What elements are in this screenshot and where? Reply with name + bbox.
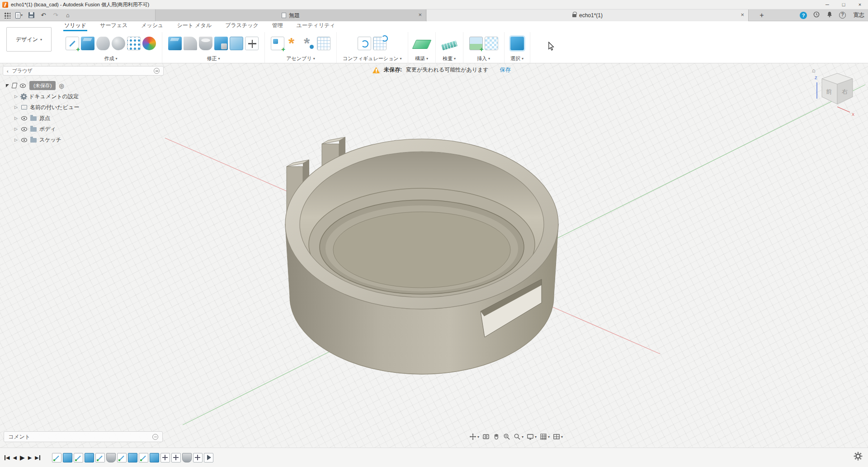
dock-look-at-button[interactable] [482, 432, 490, 442]
undo-button[interactable]: ↶ [39, 10, 47, 20]
timeline-feature-end[interactable] [204, 453, 213, 462]
create-sketch-icon[interactable] [66, 37, 79, 50]
3d-model-body[interactable] [285, 137, 558, 374]
bom-table-icon[interactable] [317, 37, 330, 50]
timeline-feature-sketch[interactable] [139, 453, 148, 462]
minimize-button[interactable]: ─ [819, 0, 835, 9]
measure-icon[interactable] [441, 40, 457, 50]
fillet-icon[interactable] [184, 37, 197, 50]
ribbon-tab-ユーティリティ[interactable]: ユーティリティ [296, 20, 336, 31]
pattern-icon[interactable] [127, 37, 141, 50]
visibility-eye-icon[interactable] [21, 126, 28, 132]
viewport-canvas[interactable]: 未保存: 変更が失われる可能性があります 保存 ‹ ブラウザ (未保存) ◎ ▷… [0, 63, 868, 448]
workspace-selector[interactable]: デザイン ▾ [6, 27, 52, 52]
app-grid-button[interactable] [3, 10, 11, 20]
configuration-icon[interactable] [358, 37, 371, 50]
browser-item[interactable]: ▷ボディ [3, 124, 164, 134]
expand-caret-icon[interactable] [6, 84, 9, 87]
timeline-feature-sketch[interactable] [117, 453, 127, 462]
as-built-joint-icon[interactable] [302, 37, 315, 50]
go-to-start-button[interactable]: ◀ [5, 453, 9, 462]
construction-plane-icon[interactable] [412, 40, 431, 49]
notifications-bell-icon[interactable] [826, 11, 833, 19]
viewcube-front-label[interactable]: 前 [826, 88, 832, 95]
ribbon-tab-サーフェス[interactable]: サーフェス [99, 20, 128, 31]
document-name-badge[interactable]: (未保存) [29, 81, 56, 90]
dock-pan-button[interactable] [493, 432, 500, 442]
browser-root-row[interactable]: (未保存) ◎ [3, 80, 164, 91]
coil-icon[interactable] [142, 37, 156, 50]
browser-item[interactable]: ▷スケッチ [3, 134, 164, 145]
ribbon-group-label[interactable]: 構築▾ [415, 54, 428, 63]
ribbon-tab-プラスチック[interactable]: プラスチック [224, 20, 259, 31]
step-back-button[interactable]: ◀ [13, 453, 16, 462]
combine-icon[interactable] [214, 37, 228, 50]
home-icon[interactable]: ⌂ [812, 67, 816, 74]
clock-icon[interactable] [813, 11, 820, 19]
timeline-feature-extrude[interactable] [150, 453, 159, 462]
timeline-feature-sketch[interactable] [95, 453, 105, 462]
browser-item[interactable]: ▷ドキュメントの設定 [3, 91, 164, 102]
timeline-feature-shell[interactable] [106, 453, 116, 462]
help-icon[interactable]: ? [800, 12, 807, 19]
sweep-icon[interactable] [112, 37, 125, 50]
joint-icon[interactable] [286, 37, 300, 50]
extrude-icon[interactable] [81, 37, 94, 50]
dock-grid-settings-button[interactable]: ▾ [540, 432, 550, 442]
question-icon[interactable]: ? [839, 12, 846, 19]
viewcube-right-label[interactable]: 右 [842, 88, 848, 95]
select-icon[interactable] [510, 37, 524, 50]
move-tool-icon[interactable] [245, 37, 259, 50]
step-forward-button[interactable]: ▶ [28, 453, 32, 462]
ribbon-group-label[interactable]: アセンブリ▾ [286, 54, 315, 63]
close-tab-icon[interactable]: × [418, 12, 422, 18]
insert-canvas-icon[interactable] [469, 37, 483, 50]
document-tab-echo1[interactable]: echo1*(1) × [427, 10, 749, 21]
activate-radio-icon[interactable]: ◎ [59, 82, 64, 89]
expand-caret-icon[interactable]: ▷ [14, 105, 19, 110]
redo-button[interactable]: ↷ [52, 10, 60, 20]
timeline-feature-move[interactable] [193, 453, 203, 462]
save-button[interactable] [27, 10, 35, 20]
ribbon-tab-管理[interactable]: 管理 [271, 20, 284, 31]
config-table-icon[interactable] [373, 37, 387, 50]
ribbon-tab-シート メタル[interactable]: シート メタル [176, 20, 212, 31]
collapse-arrow-icon[interactable]: ‹ [7, 68, 9, 74]
dock-viewports-button[interactable]: ▾ [553, 432, 563, 442]
document-tab-untitled[interactable]: 無題 × [155, 10, 426, 21]
browser-item[interactable]: ▷名前の付いたビュー [3, 102, 164, 113]
timeline-feature-move[interactable] [160, 453, 170, 462]
shell-icon[interactable] [199, 37, 212, 50]
minimize-panel-icon[interactable] [154, 68, 160, 74]
browser-item[interactable]: ▷原点 [3, 113, 164, 124]
dock-zoom-button[interactable] [503, 432, 510, 442]
dock-display-settings-button[interactable]: ▾ [527, 432, 537, 442]
user-account-label[interactable]: 寛志 [854, 11, 864, 19]
expand-caret-icon[interactable]: ▷ [14, 94, 19, 99]
expand-caret-icon[interactable]: ▷ [14, 127, 19, 131]
timeline-feature-move[interactable] [171, 453, 181, 462]
ribbon-group-label[interactable]: 選択▾ [510, 54, 524, 63]
timeline-feature-extrude[interactable] [128, 453, 137, 462]
ribbon-group-label[interactable]: 挿入▾ [477, 54, 490, 63]
close-tab-icon[interactable]: × [741, 12, 744, 18]
timeline-feature-extrude[interactable] [85, 453, 94, 462]
press-pull-icon[interactable] [168, 37, 182, 50]
timeline-feature-extrude[interactable] [63, 453, 72, 462]
dock-orbit-button[interactable]: ▾ [469, 432, 479, 442]
ribbon-group-label[interactable]: 作成▾ [104, 54, 117, 63]
expand-caret-icon[interactable]: ▷ [14, 138, 19, 142]
ribbon-tab-メッシュ[interactable]: メッシュ [140, 20, 164, 31]
new-tab-button[interactable]: + [756, 10, 768, 21]
save-link[interactable]: 保存 [500, 66, 511, 74]
ribbon-group-label[interactable]: コンフィギュレーション▾ [343, 54, 402, 63]
close-button[interactable]: × [852, 0, 868, 9]
revolve-icon[interactable] [96, 37, 110, 50]
new-component-icon[interactable] [271, 37, 284, 50]
play-button[interactable]: ▶ [20, 453, 25, 462]
view-cube[interactable]: ⌂ 前 右 Z X [814, 67, 861, 118]
visibility-eye-icon[interactable] [21, 137, 28, 143]
offset-face-icon[interactable] [230, 37, 243, 50]
go-to-end-button[interactable]: ▶ [35, 453, 40, 462]
file-menu-button[interactable]: ▾ [15, 10, 23, 20]
